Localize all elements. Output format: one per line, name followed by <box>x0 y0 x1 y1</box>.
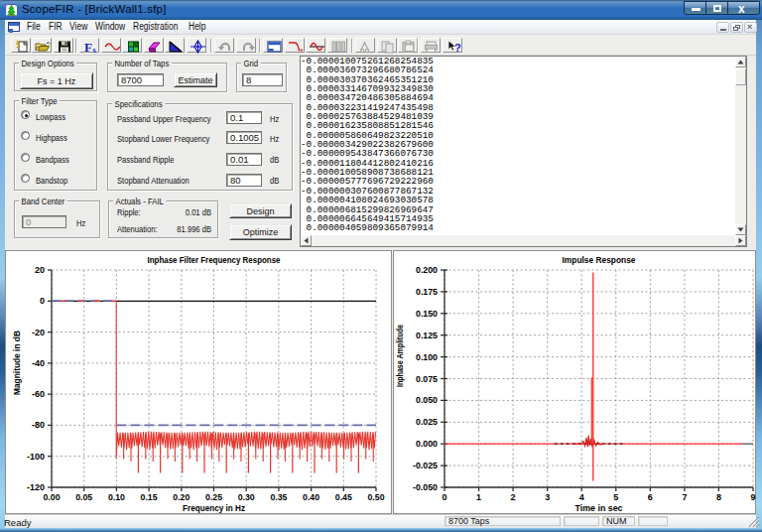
svg-text:9: 9 <box>750 492 755 502</box>
svg-text:0.00: 0.00 <box>44 492 61 502</box>
svg-text:0.025: 0.025 <box>416 417 438 427</box>
svg-text:0.150: 0.150 <box>416 309 438 319</box>
svg-text:0.30: 0.30 <box>238 492 255 502</box>
svg-text:0.050: 0.050 <box>416 395 438 405</box>
svg-text:-40: -40 <box>32 358 45 368</box>
svg-text:0.45: 0.45 <box>335 492 352 502</box>
svg-text:-20: -20 <box>32 328 45 337</box>
svg-text:8: 8 <box>716 492 721 502</box>
svg-text:-60: -60 <box>32 389 45 399</box>
svg-text:Frequency in Hz: Frequency in Hz <box>183 502 245 513</box>
svg-text:4: 4 <box>579 492 584 502</box>
svg-text:Magnitude in dB: Magnitude in dB <box>11 331 22 395</box>
svg-text:0.10: 0.10 <box>108 492 125 502</box>
svg-text:0: 0 <box>442 492 446 502</box>
svg-text:6: 6 <box>648 492 653 502</box>
svg-text:0.05: 0.05 <box>75 492 92 502</box>
svg-text:0.35: 0.35 <box>270 492 287 502</box>
svg-text:0.175: 0.175 <box>416 287 438 297</box>
svg-text:0.50: 0.50 <box>368 492 385 502</box>
svg-text:-120: -120 <box>27 482 45 492</box>
svg-text:F: F <box>84 40 92 54</box>
svg-text:7: 7 <box>682 492 687 502</box>
svg-text:0.000: 0.000 <box>416 439 438 449</box>
svg-text:0.25: 0.25 <box>205 492 222 502</box>
svg-text:0.125: 0.125 <box>416 331 438 340</box>
svg-text:2: 2 <box>511 492 516 502</box>
svg-text:0.20: 0.20 <box>173 492 190 502</box>
svg-text:3: 3 <box>545 492 550 502</box>
svg-text:0.200: 0.200 <box>416 265 438 275</box>
svg-text:0.100: 0.100 <box>416 352 438 362</box>
svg-text:0.40: 0.40 <box>303 492 319 502</box>
svg-text:Inphase Amplitude: Inphase Amplitude <box>394 325 405 387</box>
svg-text:-100: -100 <box>27 452 45 462</box>
svg-text:Impulse Response: Impulse Response <box>563 254 636 265</box>
svg-text:20: 20 <box>35 265 45 275</box>
svg-text:1: 1 <box>476 492 481 502</box>
svg-text:5: 5 <box>613 492 618 502</box>
svg-text:-0.050: -0.050 <box>413 482 438 492</box>
svg-text:-80: -80 <box>32 420 45 430</box>
svg-text:-0.025: -0.025 <box>413 461 438 470</box>
svg-text:Time in sec: Time in sec <box>575 502 623 513</box>
svg-text:0.15: 0.15 <box>141 492 158 502</box>
svg-text:0.075: 0.075 <box>416 374 438 384</box>
svg-text:0: 0 <box>40 296 45 306</box>
svg-text:?: ? <box>454 42 461 54</box>
svg-text:s: s <box>93 46 96 54</box>
svg-text:Inphase Filter Frequency Respo: Inphase Filter Frequency Response <box>148 254 281 265</box>
